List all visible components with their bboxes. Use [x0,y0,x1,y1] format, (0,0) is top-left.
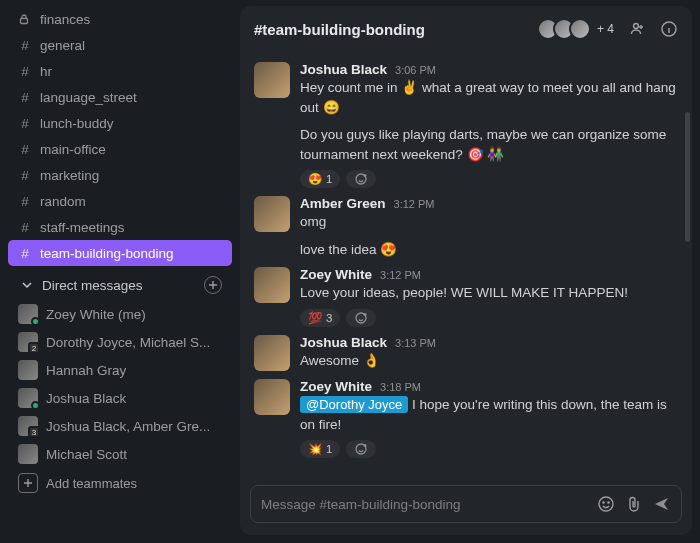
avatar: 2 [18,332,38,352]
avatar [18,444,38,464]
channel-label: main-office [40,142,106,157]
message-composer[interactable] [250,485,682,523]
message-author[interactable]: Joshua Black [300,335,387,350]
message-time: 3:13 PM [395,337,436,349]
send-icon[interactable] [653,495,671,513]
channel-item-language_street[interactable]: #language_street [8,84,232,110]
svg-point-1 [634,24,639,29]
dm-label: Michael Scott [46,447,127,462]
channel-label: hr [40,64,52,79]
message-text: Hey count me in ✌️ what a great way to m… [300,78,678,117]
reaction-count: 1 [326,173,332,185]
channel-item-staff-meetings[interactable]: #staff-meetings [8,214,232,240]
channel-item-hr[interactable]: #hr [8,58,232,84]
channel-item-finances[interactable]: finances [8,6,232,32]
message: Zoey White3:18 PM@Dorothy Joyce I hope y… [246,375,686,462]
new-dm-button[interactable] [204,276,222,294]
group-count-badge: 3 [28,426,40,438]
channel-label: staff-meetings [40,220,125,235]
reaction-emoji: 💥 [308,442,322,456]
reaction-pill[interactable]: 💥1 [300,440,340,458]
channel-item-team-building-bonding[interactable]: #team-building-bonding [8,240,232,266]
reaction-pill[interactable]: 💯3 [300,309,340,327]
info-icon[interactable] [660,20,678,38]
message-time: 3:12 PM [380,269,421,281]
avatar[interactable] [254,335,290,371]
hash-icon: # [18,246,32,261]
hash-icon: # [18,116,32,131]
avatar[interactable] [254,379,290,415]
svg-point-8 [608,502,609,503]
add-reaction-button[interactable] [346,440,376,458]
reactions: 💥1 [300,440,678,458]
channel-list: finances#general#hr#language_street#lunc… [8,6,232,266]
lock-icon [18,13,32,25]
svg-rect-0 [21,19,28,24]
hash-icon: # [18,142,32,157]
dm-list: Zoey White (me)2Dorothy Joyce, Michael S… [8,300,232,468]
svg-point-7 [603,502,604,503]
add-reaction-button[interactable] [346,170,376,188]
reaction-emoji: 💯 [308,311,322,325]
dm-item[interactable]: 2Dorothy Joyce, Michael S... [8,328,232,356]
add-person-icon[interactable] [628,20,646,38]
message-time: 3:18 PM [380,381,421,393]
avatar[interactable] [254,196,290,232]
channel-label: finances [40,12,90,27]
avatar[interactable] [254,267,290,303]
add-reaction-button[interactable] [346,309,376,327]
message: Amber Green3:12 PMomglove the idea 😍 [246,192,686,263]
message-text: @Dorothy Joyce I hope you're writing thi… [300,395,678,434]
avatar[interactable] [254,62,290,98]
hash-icon: # [18,64,32,79]
scrollbar-thumb[interactable] [685,112,690,242]
hash-icon: # [18,90,32,105]
dm-item[interactable]: 3Joshua Black, Amber Gre... [8,412,232,440]
composer-area [240,475,692,535]
message-author[interactable]: Amber Green [300,196,386,211]
message: Joshua Black3:06 PMHey count me in ✌️ wh… [246,58,686,192]
hash-icon: # [18,38,32,53]
reaction-pill[interactable]: 😍1 [300,170,340,188]
message-input[interactable] [261,497,587,512]
member-overflow-count: + 4 [597,22,614,36]
dm-label: Joshua Black, Amber Gre... [46,419,210,434]
message-author[interactable]: Joshua Black [300,62,387,77]
group-count-badge: 2 [28,342,40,354]
member-facepile[interactable]: + 4 [537,18,614,40]
channel-item-random[interactable]: #random [8,188,232,214]
hash-icon: # [18,220,32,235]
channel-label: random [40,194,86,209]
add-teammates-button[interactable]: Add teammates [8,468,232,498]
dm-item[interactable]: Zoey White (me) [8,300,232,328]
channel-label: language_street [40,90,137,105]
plus-icon [18,473,38,493]
message-time: 3:12 PM [394,198,435,210]
dm-label: Dorothy Joyce, Michael S... [46,335,210,350]
channel-title[interactable]: #team-building-bonding [254,21,425,38]
channel-label: marketing [40,168,99,183]
dm-item[interactable]: Joshua Black [8,384,232,412]
attach-icon[interactable] [625,495,643,513]
channel-label: team-building-bonding [40,246,174,261]
dm-item[interactable]: Hannah Gray [8,356,232,384]
hash-icon: # [18,194,32,209]
dm-item[interactable]: Michael Scott [8,440,232,468]
channel-item-lunch-buddy[interactable]: #lunch-buddy [8,110,232,136]
message-author[interactable]: Zoey White [300,267,372,282]
presence-online-icon [31,401,40,410]
message-text: Do you guys like playing darts, maybe we… [300,125,678,164]
channel-header: #team-building-bonding + 4 [240,6,692,52]
avatar: 3 [18,416,38,436]
reactions: 😍1 [300,170,678,188]
chevron-down-icon [18,276,36,294]
message-author[interactable]: Zoey White [300,379,372,394]
channel-item-marketing[interactable]: #marketing [8,162,232,188]
emoji-icon[interactable] [597,495,615,513]
sidebar: finances#general#hr#language_street#lunc… [0,0,240,543]
dm-section-header[interactable]: Direct messages [8,266,232,300]
add-teammates-label: Add teammates [46,476,137,491]
channel-item-main-office[interactable]: #main-office [8,136,232,162]
mention-pill[interactable]: @Dorothy Joyce [300,396,408,413]
channel-item-general[interactable]: #general [8,32,232,58]
